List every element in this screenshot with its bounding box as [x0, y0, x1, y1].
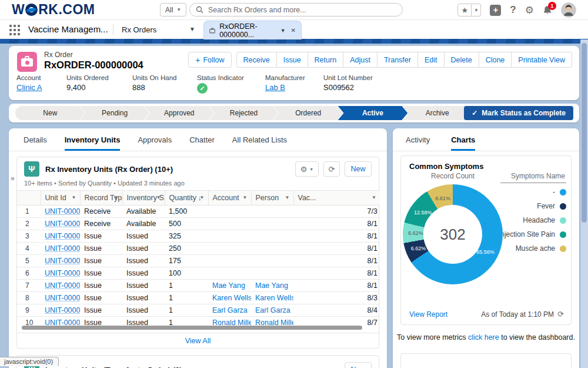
unit-id-link[interactable]: UNIT-0000000... [45, 220, 80, 228]
chevron-down-icon[interactable]: ▼ [156, 195, 161, 200]
follow-button[interactable]: +Follow [188, 52, 231, 68]
path-step-active[interactable]: Active [338, 106, 408, 120]
page-scrollbar-thumb[interactable] [582, 43, 587, 223]
unit-id-link[interactable]: UNIT-0000007... [45, 232, 80, 240]
legend-item-fever[interactable]: Fever [537, 202, 566, 210]
chart-refresh-icon[interactable]: ⟳ [557, 310, 564, 319]
app-launcher-waffle-icon[interactable] [9, 25, 20, 35]
action-button-return[interactable]: Return [308, 52, 344, 68]
scrollbar-thumb[interactable] [22, 326, 362, 330]
person-link[interactable]: Mae Yang [255, 281, 288, 290]
favorites-control[interactable]: ★ ▼ [457, 4, 481, 16]
legend-item-injection-site-pain[interactable]: Injection Site Pain [499, 230, 566, 238]
action-button-issue[interactable]: Issue [277, 52, 308, 68]
favorites-star-icon[interactable]: ★ [457, 4, 472, 16]
action-button-clone[interactable]: Clone [479, 52, 512, 68]
field-link[interactable]: Clinic A [16, 83, 42, 92]
list-new-button[interactable]: New [345, 362, 372, 368]
chevron-down-icon[interactable]: ▼ [114, 195, 119, 200]
side-tab-charts[interactable]: Charts [451, 128, 475, 151]
setup-gear-icon[interactable]: ⚙ [525, 5, 534, 15]
unit-id-link[interactable]: UNIT-0000007... [45, 244, 80, 253]
unit-id-link[interactable]: UNIT-0000000... [45, 294, 80, 302]
action-button-edit[interactable]: Edit [418, 52, 445, 68]
legend-item-headache[interactable]: Headache [523, 216, 566, 224]
account-link[interactable]: Karen Wells [212, 294, 251, 302]
tab-chatter[interactable]: Chatter [189, 128, 215, 151]
legend-item-blank[interactable]: - [553, 188, 566, 196]
tab-all-related-lists[interactable]: All Related Lists [232, 128, 287, 151]
record-tab-chevron-icon[interactable]: ▼ [280, 28, 286, 34]
help-icon[interactable]: ? [510, 4, 516, 16]
action-button-transfer[interactable]: Transfer [377, 52, 418, 68]
legend-item-muscle-ache[interactable]: Muscle ache [516, 244, 566, 253]
list-refresh-button[interactable]: ⟳ [323, 161, 340, 177]
column-header-record-type[interactable]: Record Type▼ [80, 191, 122, 205]
action-button-group: ReceiveIssueReturnAdjustTransferEditDele… [236, 52, 572, 68]
path-step-new[interactable]: New [15, 106, 85, 120]
unit-id-link[interactable]: UNIT-0000000... [45, 306, 80, 314]
path-step-pending[interactable]: Pending [80, 106, 150, 120]
path-step-archive[interactable]: Archive [402, 106, 472, 120]
action-button-delete[interactable]: Delete [445, 52, 479, 68]
unit-id-link[interactable]: UNIT-0000000... [45, 281, 80, 290]
unit-id-link[interactable]: UNIT-0000007... [45, 257, 80, 265]
action-button-printable-view[interactable]: Printable View [512, 52, 572, 68]
cell-unit-id: UNIT-0000007... [41, 255, 80, 267]
chevron-down-icon[interactable]: ▼ [372, 195, 376, 200]
field-link[interactable]: Lab B [265, 83, 285, 92]
chevron-down-icon[interactable]: ▼ [200, 195, 205, 200]
chevron-down-icon[interactable]: ▼ [285, 195, 290, 200]
column-header-unit-id[interactable]: Unit Id▼ [41, 191, 80, 205]
person-link[interactable]: Karen Wells [255, 294, 293, 302]
table-horizontal-scrollbar[interactable] [21, 325, 375, 330]
path-step-approved[interactable]: Approved [144, 106, 214, 120]
list-settings-button[interactable]: ⚙▼ [295, 161, 319, 177]
dashboard-link[interactable]: click here [468, 333, 499, 342]
column-header-person[interactable]: Person▼ [251, 191, 293, 205]
unit-id-link[interactable]: UNIT-0000007... [45, 269, 80, 277]
chevron-down-icon[interactable]: ▼ [72, 195, 76, 200]
column-header-account[interactable]: Account▼ [208, 191, 251, 205]
side-tab-activity[interactable]: Activity [406, 128, 430, 151]
list-new-button[interactable]: New [345, 161, 372, 177]
account-link[interactable]: Earl Garza [212, 306, 248, 314]
cell-vaccination-date: 8/1 [293, 230, 380, 243]
nav-tab-chevron-icon[interactable]: ▼ [189, 26, 195, 32]
global-actions-plus-icon[interactable]: + [490, 5, 501, 16]
row-number: 3 [17, 230, 41, 243]
action-button-receive[interactable]: Receive [236, 52, 277, 68]
search-scope-selector[interactable]: All ▼ [160, 3, 186, 16]
nav-tab-record-active[interactable]: RxORDER-0000000... ▼ ✕ [203, 21, 302, 39]
account-link[interactable]: Mae Yang [212, 281, 245, 290]
page-scrollbar[interactable] [580, 39, 588, 368]
tab-details[interactable]: Details [24, 128, 47, 151]
search-input[interactable] [208, 6, 396, 14]
nav-tab-rx-orders[interactable]: Rx Orders [122, 25, 156, 34]
person-link[interactable]: Earl Garza [255, 306, 290, 314]
path-step-ordered[interactable]: Ordered [273, 106, 343, 120]
mark-status-complete-button[interactable]: ✓ Mark Status as Complete [464, 106, 573, 120]
chevron-down-icon[interactable]: ▼ [243, 195, 248, 200]
global-search[interactable] [189, 3, 403, 16]
view-all-link[interactable]: View All [185, 337, 211, 345]
path-step-rejected[interactable]: Rejected [209, 106, 279, 120]
action-button-adjust[interactable]: Adjust [343, 52, 377, 68]
favorites-chevron-icon[interactable]: ▼ [472, 4, 481, 16]
tab-approvals[interactable]: Approvals [138, 128, 172, 151]
record-tab-close-icon[interactable]: ✕ [291, 27, 296, 34]
column-header-inventory-s-[interactable]: Inventory S...▼ [122, 191, 165, 205]
donut-chart[interactable]: 302 65.56%6.62%6.62%12.58%8.61% [403, 184, 503, 284]
notifications-bell[interactable]: 1 [543, 5, 552, 15]
unit-id-link[interactable]: UNIT-0000000... [45, 207, 80, 216]
cell-record-type: Issue [80, 255, 122, 267]
user-avatar[interactable] [561, 2, 576, 18]
tab-inventory-units[interactable]: Inventory Units [65, 128, 121, 151]
cell-person [251, 243, 293, 255]
splitter-expand-icon[interactable]: » [11, 174, 15, 183]
column-header-quantity[interactable]: Quantity↓▼ [165, 191, 208, 205]
slice-label-blank: 65.56% [476, 249, 495, 255]
view-report-link[interactable]: View Report [409, 310, 447, 319]
cell-inventory-status: Available [122, 218, 165, 230]
column-header-vac-[interactable]: Vac...▼ [293, 191, 380, 205]
